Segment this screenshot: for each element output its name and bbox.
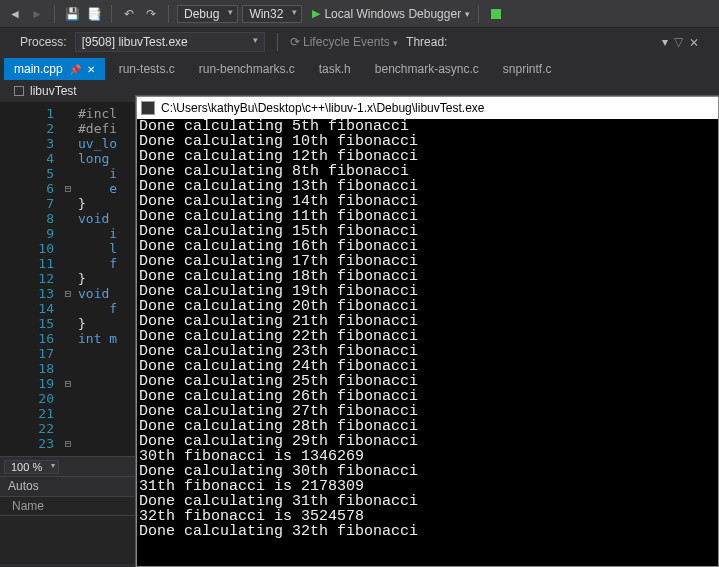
redo-icon[interactable]: ↷ <box>142 5 160 23</box>
separator <box>54 5 55 23</box>
console-app-icon <box>141 101 155 115</box>
tab-snprintf[interactable]: snprintf.c <box>493 58 562 80</box>
console-titlebar[interactable]: C:\Users\kathyBu\Desktop\c++\libuv-1.x\D… <box>137 97 718 119</box>
tool-icon[interactable] <box>487 5 505 23</box>
tab-benchmark-async[interactable]: benchmark-async.c <box>365 58 489 80</box>
close-icon[interactable]: ✕ <box>87 64 95 75</box>
separator <box>111 5 112 23</box>
close-pane-icon[interactable]: ⨯ <box>689 35 699 49</box>
separator <box>277 33 278 51</box>
cycle-icon: ⟳ <box>290 35 300 49</box>
tab-label: main.cpp <box>14 62 63 76</box>
tab-run-benchmarks[interactable]: run-benchmarks.c <box>189 58 305 80</box>
console-output: Done calculating 5th fibonacci Done calc… <box>137 119 718 566</box>
nav-back-icon[interactable]: ◄ <box>6 5 24 23</box>
main-toolbar: ◄ ► 💾 📑 ↶ ↷ Debug Win32 ▶ Local Windows … <box>0 0 719 28</box>
separator <box>168 5 169 23</box>
console-title: C:\Users\kathyBu\Desktop\c++\libuv-1.x\D… <box>161 101 484 115</box>
config-select[interactable]: Debug <box>177 5 238 23</box>
save-icon[interactable]: 💾 <box>63 5 81 23</box>
play-icon: ▶ <box>312 7 320 20</box>
dropdown-icon[interactable]: ▾ <box>662 35 668 49</box>
saveall-icon[interactable]: 📑 <box>85 5 103 23</box>
tab-label: run-tests.c <box>119 62 175 76</box>
tab-label: snprintf.c <box>503 62 552 76</box>
start-debug-button[interactable]: ▶ Local Windows Debugger ▾ <box>312 7 470 21</box>
platform-select[interactable]: Win32 <box>242 5 302 23</box>
tab-task-h[interactable]: task.h <box>309 58 361 80</box>
pin-icon[interactable]: 📌 <box>69 64 81 75</box>
chevron-down-icon: ▾ <box>465 9 470 19</box>
filter-icon[interactable]: ▽ <box>674 35 683 49</box>
tab-run-tests[interactable]: run-tests.c <box>109 58 185 80</box>
tab-label: task.h <box>319 62 351 76</box>
debug-toolbar: Process: [9508] libuvTest.exe ⟳ Lifecycl… <box>0 28 719 56</box>
nav-fwd-icon[interactable]: ► <box>28 5 46 23</box>
zoom-select[interactable]: 100 % <box>4 460 59 474</box>
separator <box>478 5 479 23</box>
console-window[interactable]: C:\Users\kathyBu\Desktop\c++\libuv-1.x\D… <box>136 96 719 567</box>
thread-label: Thread: <box>406 35 447 49</box>
process-label: Process: <box>20 35 67 49</box>
debugger-label: Local Windows Debugger <box>324 7 461 21</box>
process-select[interactable]: [9508] libuvTest.exe <box>75 32 265 52</box>
tab-label: run-benchmarks.c <box>199 62 295 76</box>
line-number-gutter: 1234567891011121314151617181920212223 <box>0 102 62 456</box>
project-title: libuvTest <box>30 84 77 98</box>
tab-label: benchmark-async.c <box>375 62 479 76</box>
undo-icon[interactable]: ↶ <box>120 5 138 23</box>
tab-main-cpp[interactable]: main.cpp 📌 ✕ <box>4 58 105 80</box>
chevron-down-icon: ▾ <box>393 38 398 48</box>
project-icon <box>14 86 24 96</box>
document-tabs: main.cpp 📌 ✕ run-tests.c run-benchmarks.… <box>0 56 719 80</box>
outline-gutter[interactable]: ⊟⊟⊟⊟ <box>62 102 74 456</box>
lifecycle-events-button[interactable]: ⟳ Lifecycle Events ▾ <box>290 35 398 49</box>
